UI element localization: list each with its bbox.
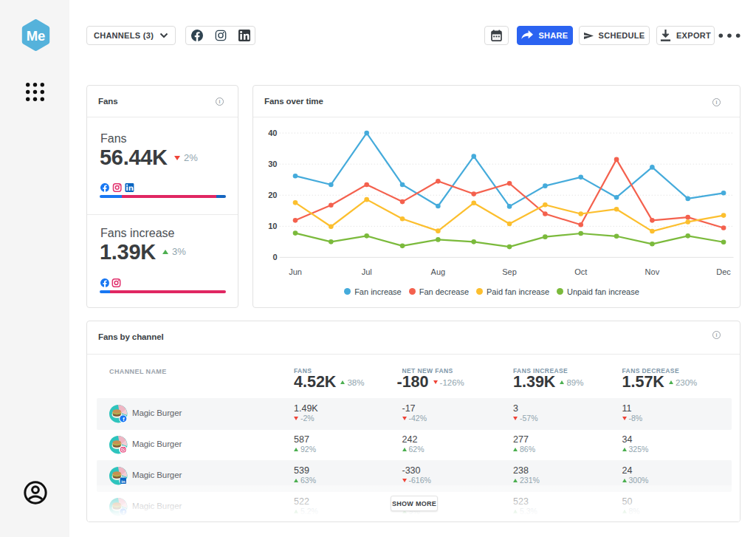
svg-text:Dec: Dec <box>716 267 731 276</box>
svg-text:Jul: Jul <box>362 267 372 276</box>
svg-text:40: 40 <box>268 129 277 137</box>
svg-text:Me: Me <box>27 28 46 44</box>
svg-text:30: 30 <box>268 160 277 168</box>
svg-text:Sep: Sep <box>502 267 517 276</box>
svg-text:20: 20 <box>268 191 277 199</box>
svg-text:10: 10 <box>268 222 277 230</box>
svg-text:Aug: Aug <box>431 267 446 276</box>
svg-text:in: in <box>121 479 126 484</box>
svg-text:Jun: Jun <box>289 267 302 276</box>
svg-text:Oct: Oct <box>574 267 587 276</box>
svg-text:Nov: Nov <box>645 267 660 276</box>
svg-text:0: 0 <box>272 253 277 261</box>
